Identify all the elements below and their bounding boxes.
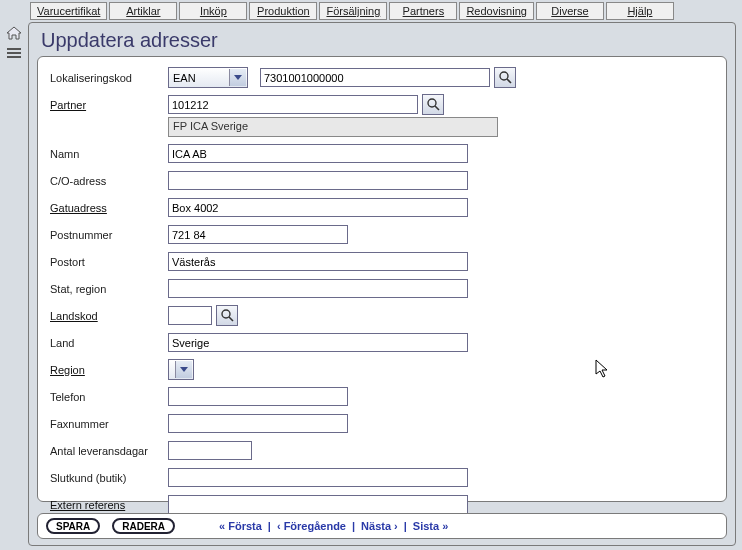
content-panel: Uppdatera adresser Lokaliseringskod EAN … (28, 22, 736, 546)
dropdown-arrow-icon (175, 361, 192, 378)
co-adress-input[interactable] (168, 171, 468, 190)
svg-line-6 (435, 106, 439, 110)
top-tab-bar: Varucertifikat Artiklar Inköp Produktion… (0, 0, 742, 20)
tab-partners[interactable]: Partners (389, 2, 457, 20)
lokaliseringskod-input[interactable] (260, 68, 490, 87)
label-land: Land (50, 337, 168, 349)
partner-name-display: FP ICA Sverige (168, 117, 498, 137)
svg-point-5 (428, 99, 436, 107)
svg-point-7 (222, 310, 230, 318)
lokaliseringskod-select-value: EAN (173, 72, 196, 84)
namn-input[interactable] (168, 144, 468, 163)
label-postort: Postort (50, 256, 168, 268)
save-button[interactable]: SPARA (46, 518, 100, 534)
nav-first[interactable]: « Första (219, 520, 262, 532)
search-icon (499, 71, 512, 84)
gatuadress-input[interactable] (168, 198, 468, 217)
label-postnummer: Postnummer (50, 229, 168, 241)
footer-bar: SPARA RADERA « Första | ‹ Föregående | N… (37, 513, 727, 539)
home-icon[interactable] (6, 26, 22, 42)
label-faxnummer: Faxnummer (50, 418, 168, 430)
label-extern-referens[interactable]: Extern referens (50, 499, 168, 511)
telefon-input[interactable] (168, 387, 348, 406)
tab-redovisning[interactable]: Redovisning (459, 2, 534, 20)
svg-rect-0 (7, 48, 21, 50)
label-slutkund: Slutkund (butik) (50, 472, 168, 484)
record-nav: « Första | ‹ Föregående | Nästa › | Sist… (219, 520, 448, 532)
label-lokaliseringskod: Lokaliseringskod (50, 72, 168, 84)
page-title: Uppdatera adresser (29, 23, 735, 54)
postort-input[interactable] (168, 252, 468, 271)
svg-rect-1 (7, 52, 21, 54)
list-icon[interactable] (7, 48, 21, 62)
label-telefon: Telefon (50, 391, 168, 403)
extern-referens-input[interactable] (168, 495, 468, 514)
svg-point-3 (500, 72, 508, 80)
delete-button[interactable]: RADERA (112, 518, 175, 534)
svg-line-8 (229, 317, 233, 321)
label-namn: Namn (50, 148, 168, 160)
nav-last[interactable]: Sista » (413, 520, 448, 532)
lokaliseringskod-select[interactable]: EAN (168, 67, 248, 88)
svg-line-4 (507, 79, 511, 83)
partner-input[interactable] (168, 95, 418, 114)
region-select[interactable] (168, 359, 194, 380)
landskod-search-button[interactable] (216, 305, 238, 326)
tab-hjalp[interactable]: Hjälp (606, 2, 674, 20)
tab-varucertifikat[interactable]: Varucertifikat (30, 2, 107, 20)
faxnummer-input[interactable] (168, 414, 348, 433)
slutkund-input[interactable] (168, 468, 468, 487)
partner-search-button[interactable] (422, 94, 444, 115)
landskod-input[interactable] (168, 306, 212, 325)
label-co-adress: C/O-adress (50, 175, 168, 187)
postnummer-input[interactable] (168, 225, 348, 244)
nav-next[interactable]: Nästa › (361, 520, 398, 532)
side-icon-bar (0, 20, 28, 550)
tab-artiklar[interactable]: Artiklar (109, 2, 177, 20)
label-stat-region: Stat, region (50, 283, 168, 295)
tab-forsaljning[interactable]: Försäljning (319, 2, 387, 20)
search-icon (221, 309, 234, 322)
label-leveransdagar: Antal leveransdagar (50, 445, 168, 457)
nav-prev[interactable]: ‹ Föregående (277, 520, 346, 532)
leveransdagar-input[interactable] (168, 441, 252, 460)
svg-rect-2 (7, 56, 21, 58)
form-panel: Lokaliseringskod EAN Partner FP I (37, 56, 727, 502)
tab-diverse[interactable]: Diverse (536, 2, 604, 20)
label-gatuadress[interactable]: Gatuadress (50, 202, 168, 214)
tab-produktion[interactable]: Produktion (249, 2, 317, 20)
label-region[interactable]: Region (50, 364, 168, 376)
tab-inkop[interactable]: Inköp (179, 2, 247, 20)
search-icon (427, 98, 440, 111)
lokaliseringskod-search-button[interactable] (494, 67, 516, 88)
dropdown-arrow-icon (229, 69, 246, 86)
label-partner[interactable]: Partner (50, 99, 168, 111)
label-landskod[interactable]: Landskod (50, 310, 168, 322)
stat-region-input[interactable] (168, 279, 468, 298)
land-input[interactable] (168, 333, 468, 352)
